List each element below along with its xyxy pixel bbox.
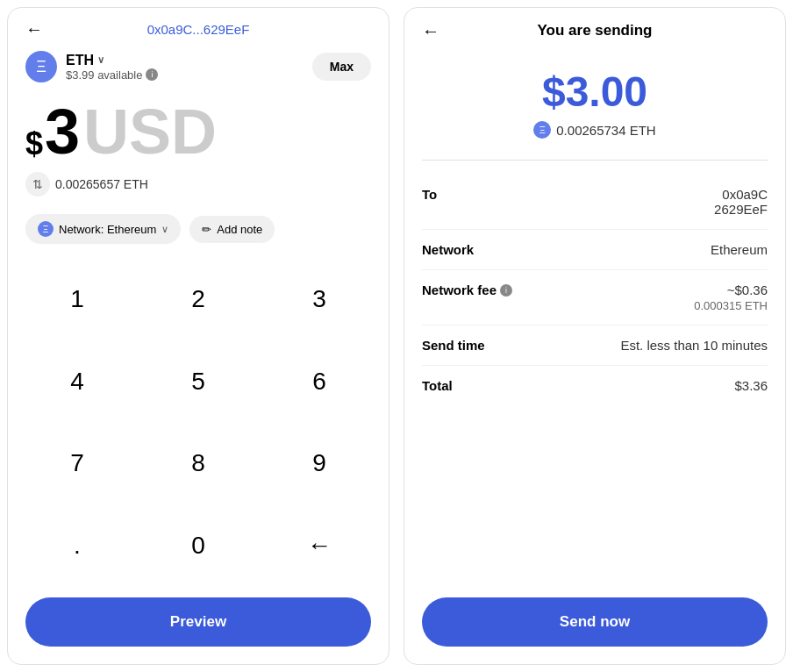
fee-label: Network fee <box>422 282 497 297</box>
sending-eth-icon: Ξ <box>533 121 551 139</box>
to-row: To 0x0a9C 2629EeF <box>422 175 768 230</box>
dollar-sign: $ <box>25 128 43 163</box>
key-0[interactable]: 0 <box>138 504 259 587</box>
network-label: Network: Ethereum <box>59 223 156 236</box>
total-row: Total $3.36 <box>422 366 768 405</box>
network-detail-label: Network <box>422 242 474 257</box>
sending-amount: $3.00 Ξ 0.00265734 ETH <box>404 50 785 146</box>
token-details: ETH ∨ $3.99 available i <box>66 53 158 82</box>
fee-info-icon[interactable]: i <box>500 284 512 297</box>
fee-label-row: Network fee i <box>422 282 512 297</box>
fee-value: ~$0.36 <box>694 282 768 297</box>
add-note-label: Add note <box>217 223 262 236</box>
eth-token-icon: Ξ <box>25 51 57 82</box>
fee-row: Network fee i ~$0.36 0.000315 ETH <box>422 270 768 325</box>
sending-eth-row: Ξ 0.00265734 ETH <box>422 121 768 139</box>
key-4[interactable]: 4 <box>17 340 138 423</box>
token-row: Ξ ETH ∨ $3.99 available i Max <box>8 44 389 89</box>
eth-equivalent-text: 0.00265657 ETH <box>55 177 148 191</box>
to-address-line1: 0x0a9C <box>714 187 768 202</box>
key-3[interactable]: 3 <box>259 258 380 340</box>
numpad: 1 2 3 4 5 6 7 8 9 . 0 ← <box>8 254 389 590</box>
key-9[interactable]: 9 <box>259 423 380 505</box>
send-time-row: Send time Est. less than 10 minutes <box>422 325 768 366</box>
amount-currency: USD <box>83 100 217 163</box>
bottom-controls: Ξ Network: Ethereum ∨ ✏ Add note <box>8 207 389 254</box>
total-value: $3.36 <box>734 378 768 393</box>
key-7[interactable]: 7 <box>17 423 138 505</box>
right-title: You are sending <box>538 22 653 39</box>
detail-section: To 0x0a9C 2629EeF Network Ethereum Netwo… <box>404 175 785 590</box>
key-8[interactable]: 8 <box>138 423 259 505</box>
to-label: To <box>422 187 437 202</box>
send-now-button[interactable]: Send now <box>422 597 768 647</box>
max-button[interactable]: Max <box>312 53 371 81</box>
key-backspace[interactable]: ← <box>259 504 380 587</box>
swap-icon[interactable]: ⇅ <box>25 172 50 197</box>
total-label: Total <box>422 378 453 393</box>
fee-values: ~$0.36 0.000315 ETH <box>694 282 768 312</box>
sending-eth-amount: 0.00265734 ETH <box>556 123 655 138</box>
add-note-button[interactable]: ✏ Add note <box>189 216 275 243</box>
fee-eth-value: 0.000315 ETH <box>694 299 768 312</box>
back-button[interactable]: ← <box>25 19 43 39</box>
key-1[interactable]: 1 <box>17 258 138 340</box>
to-address-line2: 2629EeF <box>714 202 768 217</box>
token-name[interactable]: ETH ∨ <box>66 53 158 68</box>
right-header: ← You are sending <box>404 8 785 50</box>
key-6[interactable]: 6 <box>259 340 380 423</box>
divider <box>422 160 768 161</box>
token-info: Ξ ETH ∨ $3.99 available i <box>25 51 158 82</box>
amount-value: 3 <box>45 100 80 163</box>
network-button[interactable]: Ξ Network: Ethereum ∨ <box>25 214 181 244</box>
send-screen: ← 0x0a9C...629EeF Ξ ETH ∨ $3.99 availabl… <box>7 7 389 665</box>
key-dot[interactable]: . <box>17 504 138 587</box>
wallet-address[interactable]: 0x0a9C...629EeF <box>147 22 250 37</box>
send-time-value: Est. less than 10 minutes <box>620 338 768 353</box>
key-2[interactable]: 2 <box>138 258 259 340</box>
sending-usd-amount: $3.00 <box>422 68 768 116</box>
key-5[interactable]: 5 <box>138 340 259 423</box>
network-chevron-icon: ∨ <box>161 224 168 235</box>
eth-equivalent: ⇅ 0.00265657 ETH <box>8 167 389 207</box>
token-balance: $3.99 available i <box>66 68 158 82</box>
preview-button[interactable]: Preview <box>25 597 371 647</box>
right-back-button[interactable]: ← <box>422 21 439 41</box>
network-detail-value: Ethereum <box>711 242 768 257</box>
pencil-icon: ✏ <box>202 223 211 236</box>
to-address: 0x0a9C 2629EeF <box>714 187 768 217</box>
send-time-label: Send time <box>422 338 485 353</box>
left-header: ← 0x0a9C...629EeF <box>8 8 389 44</box>
confirm-screen: ← You are sending $3.00 Ξ 0.00265734 ETH… <box>404 7 786 665</box>
network-row: Network Ethereum <box>422 230 768 270</box>
network-icon: Ξ <box>38 221 54 237</box>
balance-info-icon[interactable]: i <box>146 68 158 81</box>
amount-display: $ 3 USD <box>8 89 389 167</box>
token-chevron-icon: ∨ <box>97 54 104 66</box>
